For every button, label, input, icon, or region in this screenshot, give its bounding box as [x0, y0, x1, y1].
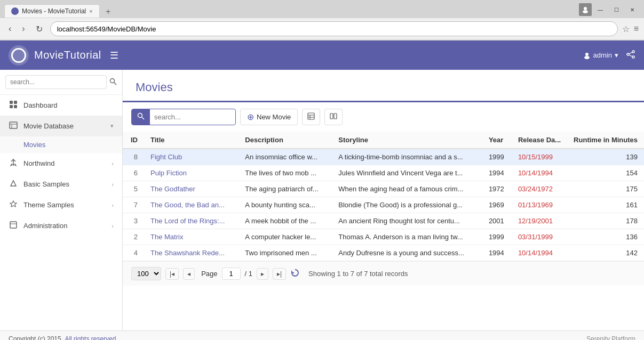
total-pages: / 1	[245, 270, 252, 278]
cell-release-date: 10/15/1999	[512, 149, 567, 165]
table-row[interactable]: 2 The Matrix A computer hacker le... Tho…	[123, 229, 644, 245]
cell-runtime: 154	[567, 165, 644, 181]
cell-title: The Shawshank Rede...	[144, 245, 238, 261]
cell-storyline: Andy Dufresne is a young and success...	[332, 245, 482, 261]
col-header-title[interactable]: Title	[144, 132, 238, 149]
svg-point-21	[138, 114, 142, 118]
header-right: admin ▾	[583, 50, 635, 61]
cell-runtime: 178	[567, 213, 644, 229]
sidebar-submenu-movies: Movies	[0, 136, 122, 153]
cell-id: 2	[123, 229, 144, 245]
movie-title-link[interactable]: The Lord of the Rings:...	[150, 217, 225, 225]
sidebar-search-input[interactable]	[5, 75, 107, 89]
col-header-id[interactable]: ID	[123, 132, 144, 149]
sidebar-item-movie-database[interactable]: Movie Database ▾	[0, 116, 122, 136]
table-row[interactable]: 8 Fight Club An insomniac office w... A …	[123, 149, 644, 165]
new-tab-button[interactable]: +	[102, 5, 115, 18]
cell-title: The Matrix	[144, 229, 238, 245]
dashboard-icon	[9, 100, 18, 110]
movie-title-link[interactable]: The Matrix	[150, 233, 183, 241]
sidebar-item-dashboard[interactable]: Dashboard	[0, 95, 122, 116]
col-header-description[interactable]: Description	[238, 132, 332, 149]
table-body: 8 Fight Club An insomniac office w... A …	[123, 149, 644, 261]
svg-point-9	[110, 78, 115, 83]
cell-year: 1999	[482, 229, 512, 245]
cell-title: The Lord of the Rings:...	[144, 213, 238, 229]
user-icon	[583, 52, 591, 59]
platform-name: Serenity Platform	[586, 335, 635, 340]
sidebar-item-theme-samples[interactable]: Theme Samples ›	[0, 195, 122, 215]
svg-rect-23	[308, 113, 314, 119]
movie-title-link[interactable]: The Good, the Bad an...	[150, 201, 225, 209]
admin-menu[interactable]: admin ▾	[583, 51, 618, 59]
sidebar-item-basic-samples[interactable]: Basic Samples ›	[0, 174, 122, 195]
cell-storyline: An ancient Ring thought lost for centu..…	[332, 213, 482, 229]
svg-rect-19	[10, 222, 17, 228]
back-button[interactable]: ‹	[5, 23, 14, 35]
address-bar-icons: ☆ ≡	[622, 24, 639, 34]
refresh-button[interactable]	[290, 268, 300, 280]
close-button[interactable]: ✕	[625, 4, 640, 15]
bookmark-icon[interactable]: ☆	[622, 24, 630, 34]
hamburger-button[interactable]: ☰	[110, 50, 118, 61]
svg-point-1	[583, 10, 588, 13]
new-movie-button[interactable]: ⊕ New Movie	[240, 109, 298, 125]
minimize-button[interactable]: —	[593, 4, 608, 15]
table-row[interactable]: 7 The Good, the Bad an... A bounty hunti…	[123, 197, 644, 213]
search-icon	[137, 112, 145, 120]
table-search-input[interactable]	[150, 110, 235, 124]
table-row[interactable]: 4 The Shawshank Rede... Two imprisoned m…	[123, 245, 644, 261]
col-header-storyline[interactable]: Storyline	[332, 132, 482, 149]
tab-close-button[interactable]: ×	[89, 8, 92, 14]
browser-tab[interactable]: Movies - MovieTutorial ×	[4, 4, 100, 18]
export-icon	[307, 112, 315, 120]
address-input[interactable]	[50, 21, 618, 36]
prev-page-button[interactable]: ◂	[183, 268, 195, 280]
last-page-button[interactable]: ▸|	[273, 268, 286, 280]
app-logo-inner	[11, 48, 26, 63]
cell-release-date: 01/13/1969	[512, 197, 567, 213]
movie-title-link[interactable]: The Shawshank Rede...	[150, 249, 225, 257]
first-page-button[interactable]: |◂	[165, 268, 179, 280]
svg-rect-12	[14, 101, 17, 104]
main-layout: Dashboard Movie Database ▾ Movies Northw…	[0, 70, 644, 330]
page-number-input[interactable]	[222, 268, 241, 280]
browser-menu-icon[interactable]: ≡	[634, 24, 639, 34]
rights-link[interactable]: All rights reserved.	[65, 335, 117, 340]
table-row[interactable]: 6 Pulp Fiction The lives of two mob ... …	[123, 165, 644, 181]
maximize-button[interactable]: ☐	[609, 4, 624, 15]
theme-samples-icon	[9, 200, 18, 210]
cell-release-date: 03/24/1972	[512, 181, 567, 197]
cell-description: A bounty hunting sca...	[238, 197, 332, 213]
table-row[interactable]: 5 The Godfather The aging patriarch of..…	[123, 181, 644, 197]
page-size-select[interactable]: 100 25 50 200	[131, 267, 161, 280]
sidebar-submenu-item-movies[interactable]: Movies	[0, 136, 122, 153]
movie-title-link[interactable]: Pulp Fiction	[150, 169, 187, 177]
movie-database-icon	[9, 121, 18, 131]
reload-button[interactable]: ↻	[33, 23, 46, 35]
col-header-release-date[interactable]: Release Da...	[512, 132, 567, 149]
footer: Copyright (c) 2015. All rights reserved.…	[0, 330, 644, 340]
col-header-runtime[interactable]: Runtime in Minutes	[567, 132, 644, 149]
svg-rect-27	[330, 114, 333, 119]
table-search-button[interactable]	[132, 109, 150, 125]
sidebar-search-button[interactable]	[109, 78, 117, 87]
columns-button[interactable]	[324, 109, 343, 125]
sidebar-item-northwind[interactable]: Northwind ›	[0, 153, 122, 174]
sidebar-item-administration[interactable]: Administration ›	[0, 215, 122, 236]
browser-chrome: Movies - MovieTutorial × + — ☐ ✕ ‹ › ↻ ☆…	[0, 0, 644, 41]
cell-title: The Godfather	[144, 181, 238, 197]
svg-point-0	[584, 7, 587, 10]
next-page-button[interactable]: ▸	[257, 268, 268, 280]
movie-title-link[interactable]: The Godfather	[150, 185, 195, 193]
col-header-year[interactable]: Year	[482, 132, 512, 149]
movie-title-link[interactable]: Fight Club	[150, 153, 182, 161]
forward-button[interactable]: ›	[19, 23, 28, 35]
cell-description: The lives of two mob ...	[238, 165, 332, 181]
share-icon[interactable]	[626, 50, 635, 61]
export-button[interactable]	[302, 109, 320, 125]
page-info-text: Showing 1 to 7 of 7 total records	[308, 270, 408, 278]
table-row[interactable]: 3 The Lord of the Rings:... A meek hobbi…	[123, 213, 644, 229]
search-icon	[109, 78, 117, 85]
sidebar-item-label-theme-samples: Theme Samples	[23, 201, 74, 209]
